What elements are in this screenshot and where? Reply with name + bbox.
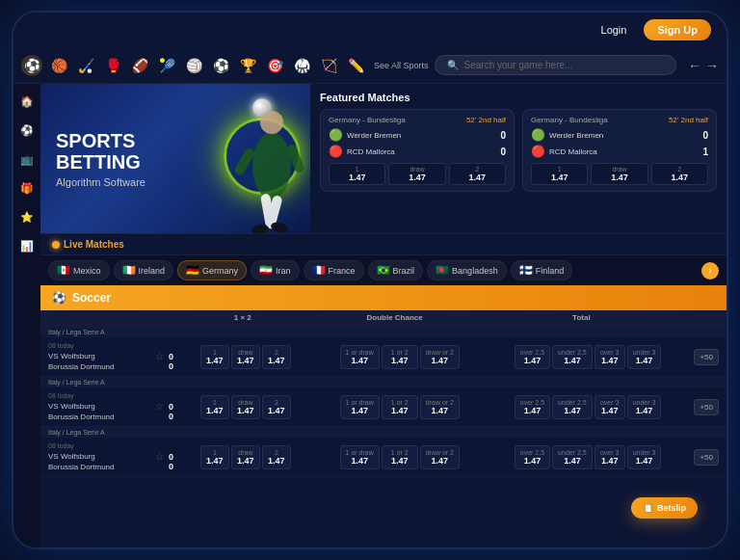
odd-total-0-1[interactable]: under 2.51.47 [552,345,593,369]
odd-dc-2-1[interactable]: 1 or 21.47 [382,445,418,469]
odd-total-1-3[interactable]: under 31.47 [627,395,662,419]
odd-total-0-2[interactable]: over 31.47 [595,345,625,369]
odd-total-0-0[interactable]: over 2.51.47 [515,345,550,369]
odd-dc-1-1[interactable]: 1 or 21.47 [382,395,418,419]
star-icon-0[interactable]: ☆ [155,351,164,361]
match-cards: Germany - Bundesliga 52' 2nd half 🟢 Werd… [320,109,717,192]
country-tab-brazil[interactable]: 🇧🇷 Brazil [368,260,424,280]
country-tab-finland[interactable]: 🇫🇮 Finland [511,260,573,280]
odd-total-2-2[interactable]: over 31.47 [595,445,625,469]
sport-icon-soccer[interactable]: ⚽ [21,55,42,76]
content-area: SportsBetting Algorithm Software [40,84,727,547]
sport-icon-football[interactable]: 🏈 [129,55,150,76]
sport-icon-hockey[interactable]: 🏑 [75,55,96,76]
sport-icon-trophy[interactable]: 🏆 [237,55,258,76]
country-tab-iran[interactable]: 🇮🇷 Iran [251,260,300,280]
match-meta-0: 08 today [48,342,173,349]
team2-name-1: Borussia Dortmund [48,413,167,421]
odd-1x2-0-2[interactable]: 21.47 [262,345,291,369]
match-2-score1: 0 [699,130,708,141]
odd-1x2-1-0[interactable]: 11.47 [200,395,229,419]
match-2-odd-2[interactable]: 2 1.47 [651,163,708,185]
odd-1x2-2-2[interactable]: 21.47 [262,445,291,469]
sport-icon-volleyball[interactable]: 🏐 [183,55,204,76]
sport-icon-martial[interactable]: 🥋 [291,55,312,76]
odd-dc-2-2[interactable]: draw or 21.47 [420,445,460,469]
header: Login Sign Up [13,13,727,47]
nav-next-icon[interactable]: → [705,58,719,73]
betslip-fab[interactable]: 📋 Betslip [631,497,698,519]
sport-icon-boxing[interactable]: 🥊 [102,55,123,76]
odd-dc-0-2[interactable]: draw or 21.47 [420,345,460,369]
team1-score-2: 0 [169,452,173,462]
match-1-odd-draw[interactable]: draw 1.47 [388,163,445,185]
search-bar[interactable]: 🔍 Search your game here... [435,55,676,75]
match-1-odds: 1 1.47 draw 1.47 2 1.47 [329,163,506,185]
sport-icon-target[interactable]: 🎯 [264,55,285,76]
sport-icon-archery[interactable]: 🏹 [318,55,339,76]
more-btn-0[interactable]: +50 [694,349,719,365]
sidebar-star-icon[interactable]: ⭐ [17,207,37,227]
match-1-odd-2[interactable]: 2 1.47 [449,163,506,185]
match-1-score2: 0 [496,147,506,157]
odd-1x2-2-1[interactable]: draw1.47 [231,445,260,469]
odd-total-2-3[interactable]: under 31.47 [627,445,662,469]
odd-total-1-2[interactable]: over 31.47 [595,395,625,419]
team1-line-2: VS Wolfsburg ☆ 0 [48,451,173,462]
1x2-col-header: 1 × 2 [173,313,312,324]
brazil-label: Brazil [393,266,415,276]
match-2-odd-draw[interactable]: draw 1.47 [591,163,648,185]
login-button[interactable]: Login [592,20,637,40]
sidebar-stats-icon[interactable]: 📊 [17,236,37,255]
odd-dc-2-0[interactable]: 1 or draw1.47 [340,445,380,469]
tabs-next-arrow[interactable]: › [701,262,719,280]
star-icon-2[interactable]: ☆ [155,451,164,462]
nav-prev-icon[interactable]: ← [688,58,701,73]
odd-1x2-2-0[interactable]: 11.47 [200,445,229,469]
sport-icon-edit[interactable]: ✏️ [345,55,366,76]
sidebar-sports-icon[interactable]: ⚽ [17,120,37,140]
match-2-odd-1[interactable]: 1 1.47 [531,163,588,185]
match-card-1-header: Germany - Bundesliga 52' 2nd half [329,116,506,124]
odd-1x2-1-2[interactable]: 21.47 [262,395,291,419]
odd-total-0-3[interactable]: under 31.47 [627,345,662,369]
sidebar-gift-icon[interactable]: 🎁 [17,178,37,198]
see-all-sports[interactable]: See All Sports [374,61,429,70]
odd-total-2-0[interactable]: over 2.51.47 [515,445,550,469]
odd-dc-0-0[interactable]: 1 or draw1.47 [340,345,380,369]
sport-icon-ball2[interactable]: ⚽ [210,55,231,76]
country-tab-france[interactable]: 🇫🇷 France [304,260,364,280]
odd-1x2-0-1[interactable]: draw1.47 [231,345,260,369]
country-tab-bangladesh[interactable]: 🇧🇩 Bangladesh [427,260,507,280]
team1-score-0: 0 [169,352,173,361]
iran-flag: 🇮🇷 [259,264,273,277]
match-info-2: 08 today VS Wolfsburg ☆ 0 Borussia Dortm… [48,442,173,471]
odd-total-1-1[interactable]: under 2.51.47 [552,395,593,419]
match-1-odd-1[interactable]: 1 1.47 [329,163,385,185]
sport-icon-tennis[interactable]: 🎾 [156,55,177,76]
france-flag: 🇫🇷 [312,264,326,277]
team2-name-0: Borussia Dortmund [48,362,167,371]
match-2-team1: 🟢 Werder Bremen 0 [531,128,708,142]
odd-dc-1-2[interactable]: draw or 21.47 [420,395,460,419]
country-tab-germany[interactable]: 🇩🇪 Germany [177,260,247,280]
odd-dc-1-0[interactable]: 1 or draw1.47 [340,395,380,419]
total-col-header: Total [478,313,685,324]
sport-icon-basketball[interactable]: 🏀 [48,55,69,76]
match-2-score2: 1 [699,147,708,157]
country-tab-ireland[interactable]: 🇮🇪 Ireland [114,260,174,280]
odd-1x2-0-0[interactable]: 11.47 [200,345,229,369]
sidebar-home-icon[interactable]: 🏠 [17,92,37,111]
hero-banner: SportsBetting Algorithm Software [40,84,310,233]
odd-1x2-1-1[interactable]: draw1.47 [231,395,260,419]
more-btn-2[interactable]: +50 [694,449,719,466]
star-icon-1[interactable]: ☆ [155,401,164,412]
odd-total-1-0[interactable]: over 2.51.47 [515,395,550,419]
odd-total-2-1[interactable]: under 2.51.47 [552,445,593,469]
more-btn-1[interactable]: +50 [694,399,719,415]
country-tab-mexico[interactable]: 🇲🇽 Mexico [48,260,110,280]
odd-dc-0-1[interactable]: 1 or 21.47 [382,345,418,369]
signup-button[interactable]: Sign Up [644,19,711,40]
team2-line-0: Borussia Dortmund 0 [48,361,173,371]
sidebar-tv-icon[interactable]: 📺 [17,149,37,169]
